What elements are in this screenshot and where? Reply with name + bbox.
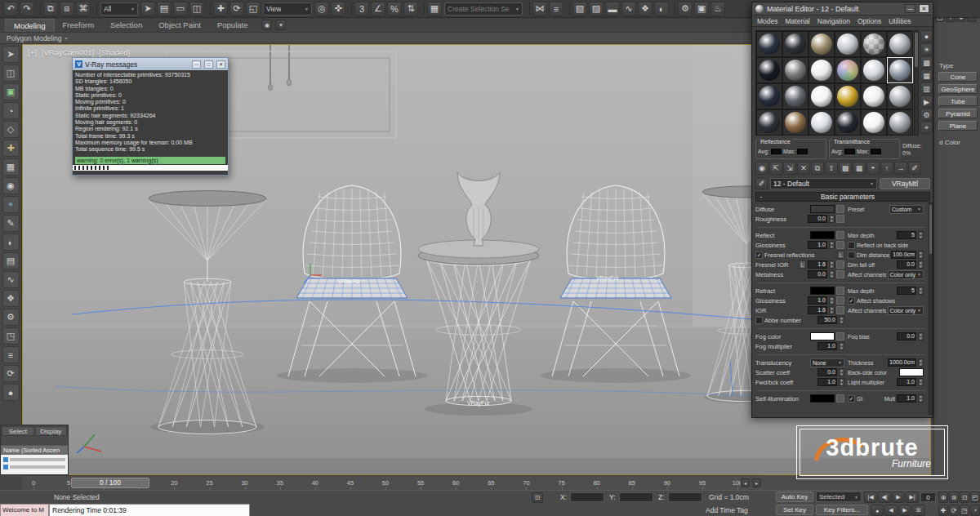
fog-color-map-button[interactable] — [836, 332, 844, 340]
abbe-number-checkbox[interactable] — [755, 317, 763, 324]
timeline-track-bar[interactable]: 0510152025303540455055606570758085909510… — [22, 475, 764, 490]
sample-slots-scrollbar[interactable] — [914, 30, 919, 136]
vertex-mode-icon[interactable]: ▣ — [2, 83, 20, 100]
material-slot-20[interactable] — [782, 109, 808, 136]
background-icon[interactable]: ▩ — [920, 56, 933, 69]
angle-snap-toggle-icon[interactable]: ∠ — [371, 2, 385, 16]
parameters-scrollbar[interactable] — [929, 202, 933, 415]
material-slot-4[interactable] — [835, 31, 861, 57]
glossiness-spinner[interactable] — [829, 241, 835, 249]
key-filters-button[interactable]: Key Filters... — [816, 505, 868, 515]
menu-modes[interactable]: Modes — [757, 17, 778, 25]
primitive-button-tube[interactable]: Tube — [938, 96, 978, 106]
sample-tiling-icon[interactable]: ▦ — [920, 69, 933, 82]
ribbon-tab-modeling[interactable]: Modeling — [5, 19, 55, 32]
bind-to-space-warp-icon[interactable]: ⌘ — [76, 2, 91, 16]
maxscript-listener-field[interactable]: Rendering Time 0:01:39 — [49, 504, 250, 516]
make-preview-icon[interactable]: ▶ — [920, 96, 933, 108]
material-slot-16[interactable] — [835, 83, 861, 109]
ior-value[interactable]: 1.6 — [808, 306, 827, 314]
timeline-back-icon[interactable]: ◂ — [741, 478, 750, 487]
material-slot-8[interactable] — [782, 57, 808, 83]
select-and-link-icon[interactable]: ⧉ — [43, 2, 58, 16]
self-illumination-color-swatch[interactable] — [810, 394, 835, 403]
affect-channels-dropdown[interactable]: Color only▼ — [888, 270, 924, 279]
preset-dropdown[interactable]: Custom▼ — [889, 205, 924, 214]
light-multiplier-value[interactable]: 1.0 — [897, 378, 916, 386]
symmetry-tool-icon[interactable]: ≡ — [2, 346, 20, 363]
metalness-map-button[interactable] — [836, 270, 844, 278]
dim-fall-off-value[interactable]: 0.0 — [897, 260, 916, 269]
ribbon-tab-object-paint[interactable]: Object Paint — [150, 19, 209, 32]
primitive-button-cone[interactable]: Cone — [938, 72, 978, 82]
set-key-button[interactable]: Set Key — [776, 505, 813, 515]
material-slot-7[interactable] — [756, 57, 782, 83]
x-coordinate-field[interactable] — [570, 492, 604, 502]
max-depth-value[interactable]: 5 — [897, 231, 916, 239]
ribbon-minimize-icon[interactable]: ▾ — [275, 20, 286, 30]
fog-multiplier-spinner[interactable] — [839, 342, 844, 350]
next-key-icon[interactable]: ▶ — [898, 505, 911, 516]
time-slider[interactable]: 0 / 100 — [71, 478, 149, 488]
translucency-dropdown[interactable]: None▼ — [810, 358, 844, 367]
border-mode-icon[interactable]: ◇ — [2, 121, 20, 138]
time-configuration-icon[interactable]: ⊞ — [912, 505, 925, 516]
select-tool-icon[interactable]: ➤ — [2, 46, 20, 63]
material-slot-17[interactable] — [861, 83, 887, 109]
reference-coordinate-system-dropdown[interactable]: View▼ — [263, 2, 312, 16]
fresnel-reflections-lock-button[interactable]: L — [837, 251, 844, 259]
select-and-manipulate-icon[interactable]: ✜ — [331, 2, 345, 16]
list-item[interactable] — [3, 457, 65, 462]
select-and-scale-icon[interactable]: ◱ — [246, 2, 261, 16]
select-by-material-icon[interactable]: ⌖ — [920, 122, 933, 134]
material-slot-15[interactable] — [808, 83, 835, 109]
primitive-button-geosphere[interactable]: GeoSphere — [938, 84, 978, 94]
quickslice-tool-icon[interactable]: ▤ — [2, 252, 20, 269]
pan-view-icon[interactable]: ✚ — [938, 505, 948, 516]
dim-distance-value[interactable]: 100.0cm — [891, 251, 916, 259]
scrollbar-thumb[interactable] — [929, 205, 932, 254]
vray-window-titlebar[interactable]: V V-Ray messages — □ ✕ — [73, 58, 228, 70]
glossiness-value[interactable]: 1.0 — [808, 296, 827, 305]
auto-key-button[interactable]: Auto Key — [776, 492, 813, 502]
material-slot-11[interactable] — [861, 57, 887, 83]
show-end-result-icon[interactable]: ◓ — [866, 162, 880, 175]
self-illumination-map-button[interactable] — [836, 394, 844, 403]
go-to-parent-icon[interactable]: ↑ — [880, 162, 893, 175]
material-slot-24[interactable] — [887, 109, 913, 136]
material-slot-18[interactable] — [887, 83, 913, 109]
metalness-spinner[interactable] — [829, 270, 835, 278]
swiftloop-tool-icon[interactable]: ∿ — [2, 271, 20, 288]
show-material-in-viewport-icon[interactable]: ▦ — [853, 162, 866, 175]
dim-distance-spinner[interactable] — [918, 251, 924, 259]
material-slot-14[interactable] — [782, 83, 808, 109]
align-icon[interactable]: ≡ — [549, 2, 564, 16]
selection-filter-dropdown[interactable]: All▼ — [100, 2, 138, 16]
scatter-coeff-spinner[interactable] — [839, 368, 844, 376]
edge-mode-icon[interactable]: ◔ — [2, 102, 20, 119]
play-animation-icon[interactable]: ▶ — [892, 492, 905, 503]
window-crossing-toggle-icon[interactable]: ◫ — [189, 2, 204, 16]
material-slot-23[interactable] — [861, 109, 887, 136]
schematic-view-icon[interactable]: ❖ — [638, 2, 653, 16]
material-slot-10[interactable] — [835, 57, 861, 83]
material-editor-icon[interactable]: ◐ — [654, 2, 669, 16]
get-material-icon[interactable]: ◉ — [755, 162, 768, 175]
key-mode-dropdown[interactable]: Selected ▼ — [816, 492, 862, 502]
inset-tool-icon[interactable]: ✎ — [2, 215, 20, 232]
affect-shadows-checkbox[interactable]: ✓ — [848, 297, 855, 305]
named-selection-sets-dropdown[interactable]: Create Selection Se▼ — [444, 2, 523, 16]
scene-explorer-list[interactable] — [1, 455, 68, 474]
curve-editor-icon[interactable]: ∿ — [621, 2, 636, 16]
ior-spinner[interactable] — [829, 306, 835, 314]
tab-select[interactable]: Select — [2, 426, 34, 436]
thickness-value[interactable]: 1000.0cm — [888, 358, 916, 367]
minimize-button[interactable]: — — [905, 4, 915, 13]
material-slot-12[interactable] — [887, 57, 913, 83]
material-slot-13[interactable] — [756, 83, 782, 109]
extrude-tool-icon[interactable]: ◉ — [2, 177, 20, 194]
roughness-map-button[interactable] — [836, 215, 844, 223]
rectangular-selection-region-icon[interactable]: ▭ — [173, 2, 188, 16]
video-color-check-icon[interactable]: ▥ — [920, 82, 933, 95]
use-pivot-point-center-icon[interactable]: ◎ — [314, 2, 329, 16]
